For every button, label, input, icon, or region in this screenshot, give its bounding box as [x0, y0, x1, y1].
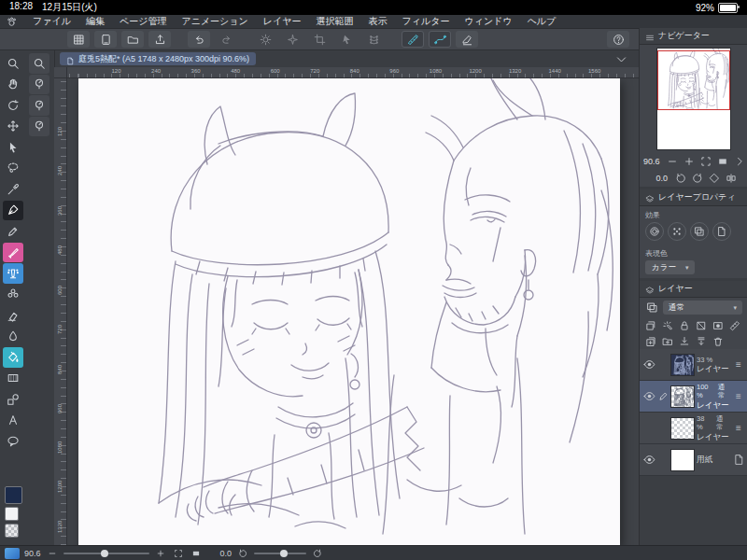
menu-item-表示[interactable]: 表示: [361, 15, 395, 28]
filter-button[interactable]: [254, 31, 276, 48]
tool-text[interactable]: [3, 411, 23, 431]
crop-button[interactable]: [308, 31, 331, 48]
expression-color-select[interactable]: カラー ▾: [645, 260, 695, 274]
lock-alpha-button[interactable]: [693, 318, 709, 332]
layer2-drag-handle[interactable]: ≡: [733, 359, 744, 370]
canvas[interactable]: [78, 78, 620, 545]
bottom-actual-size-button[interactable]: [190, 548, 203, 559]
layer-mask-button[interactable]: [710, 318, 726, 332]
layer3-visibility-toggle[interactable]: [642, 391, 655, 402]
merge-down-button[interactable]: [693, 334, 709, 348]
navigator-actual-size-button[interactable]: [715, 155, 731, 169]
snap-curve-button[interactable]: [429, 31, 451, 48]
tool-pencil[interactable]: [3, 221, 23, 242]
tool-pen[interactable]: [3, 201, 23, 221]
ruler-button[interactable]: [726, 318, 742, 332]
clip-studio-logo[interactable]: [6, 16, 18, 28]
rotate-slider[interactable]: [254, 553, 306, 554]
select-pointer-button[interactable]: [335, 31, 358, 48]
redo-button[interactable]: [215, 31, 237, 48]
navigator-reset-rotation-button[interactable]: [706, 172, 722, 186]
tool-lasso[interactable]: [3, 159, 23, 179]
layer-row-paper[interactable]: 用紙: [640, 444, 747, 476]
layers-panel-header[interactable]: レイヤー: [640, 281, 747, 298]
bottom-rotate-right-button[interactable]: [311, 548, 324, 559]
stroke-pen-button[interactable]: [456, 31, 478, 48]
new-folder-button[interactable]: [659, 334, 675, 348]
menu-item-ウィンドウ[interactable]: ウィンドウ: [457, 15, 519, 28]
effect-tone-button[interactable]: [668, 222, 686, 241]
layer2-visibility-toggle[interactable]: [642, 359, 655, 371]
tool-blend[interactable]: [3, 327, 23, 347]
color-set-tile[interactable]: [5, 548, 20, 559]
open-file-button[interactable]: [121, 31, 144, 48]
effect-layer-color-button[interactable]: [690, 222, 709, 241]
navigator-view-rectangle[interactable]: [657, 50, 730, 110]
menu-item-選択範囲[interactable]: 選択範囲: [309, 15, 361, 28]
navigator-flip-button[interactable]: [723, 172, 739, 186]
effect-border-button[interactable]: [645, 222, 664, 241]
document-tab[interactable]: 庭兎5熱配* (A5 1748 x 2480px 300dpi 90.6%): [60, 52, 256, 65]
tool-airbrush[interactable]: [3, 263, 23, 284]
help-button[interactable]: [607, 31, 629, 48]
effect-paper-texture-button[interactable]: [712, 222, 731, 241]
layer-row-layer1[interactable]: 38 %通常 レイヤー 1 ≡: [640, 413, 747, 444]
layer-settings-button[interactable]: [743, 318, 747, 332]
subtool-pencil-1[interactable]: [29, 75, 49, 95]
rotate-slider-knob[interactable]: [280, 550, 288, 557]
navigator-rotate-right-button[interactable]: [689, 172, 705, 186]
tool-eyedropper[interactable]: [3, 179, 23, 200]
layer1-drag-handle[interactable]: ≡: [733, 423, 744, 433]
tool-figure[interactable]: [3, 389, 23, 410]
blend-mode-select[interactable]: 通常 ▾: [663, 301, 742, 315]
navigator-header[interactable]: ナビゲーター: [640, 28, 747, 45]
tool-zoom[interactable]: [3, 53, 23, 74]
mesh-transform-button[interactable]: [362, 31, 385, 48]
subtool-pencil-2[interactable]: [29, 95, 49, 116]
navigator-zoom-out-button[interactable]: [665, 155, 681, 169]
tool-eraser[interactable]: [3, 305, 23, 326]
navigator-fit-button[interactable]: [698, 155, 714, 169]
undo-button[interactable]: [188, 31, 210, 48]
layer-row-layer2[interactable]: 33 % レイヤー 2 ≡: [640, 349, 747, 381]
tab-list-button[interactable]: [614, 52, 627, 65]
subtool-pencil-3[interactable]: [29, 117, 49, 137]
canvas-settings-button[interactable]: [67, 31, 90, 48]
tool-rotate-canvas[interactable]: [3, 95, 23, 116]
bottom-zoom-out-button[interactable]: [46, 548, 59, 559]
tool-hand[interactable]: [3, 75, 23, 95]
tool-move-layer[interactable]: [3, 117, 23, 137]
menu-item-編集[interactable]: 編集: [78, 15, 112, 28]
menu-item-フィルター[interactable]: フィルター: [395, 15, 458, 28]
menu-item-アニメーション[interactable]: アニメーション: [174, 15, 255, 28]
bottom-rotate-left-button[interactable]: [236, 548, 249, 559]
tool-balloon[interactable]: [3, 431, 23, 452]
navigator-expand-button[interactable]: [732, 155, 747, 169]
tool-operation[interactable]: [3, 137, 23, 158]
menu-item-ページ管理[interactable]: ページ管理: [112, 15, 174, 28]
lock-layer-button[interactable]: [676, 318, 692, 332]
zoom-slider[interactable]: [63, 553, 149, 554]
tool-decoration[interactable]: [3, 285, 23, 305]
reference-layer-button[interactable]: [659, 318, 675, 332]
menu-item-レイヤー[interactable]: レイヤー: [256, 15, 309, 28]
tool-fill[interactable]: [3, 347, 23, 368]
snap-line-button[interactable]: [402, 31, 424, 48]
zoom-slider-knob[interactable]: [101, 550, 108, 557]
bottom-fit-button[interactable]: [172, 548, 185, 559]
menu-item-ファイル[interactable]: ファイル: [25, 15, 78, 28]
layer3-drag-handle[interactable]: ≡: [733, 391, 744, 401]
subtool-zoom[interactable]: [29, 53, 49, 74]
tool-gradient[interactable]: [3, 369, 23, 389]
delete-layer-button[interactable]: [710, 334, 726, 348]
layer1-visibility-toggle[interactable]: [642, 423, 655, 434]
clip-to-layer-button[interactable]: [642, 318, 658, 332]
effect-button[interactable]: [281, 31, 303, 48]
device-button[interactable]: [94, 31, 117, 48]
tool-brush[interactable]: [3, 243, 23, 263]
paper-visibility-toggle[interactable]: [642, 455, 655, 466]
transfer-layer-button[interactable]: [676, 334, 692, 348]
new-layer-button[interactable]: [642, 334, 658, 348]
export-button[interactable]: [148, 31, 171, 48]
navigator-rotate-left-button[interactable]: [672, 172, 688, 186]
